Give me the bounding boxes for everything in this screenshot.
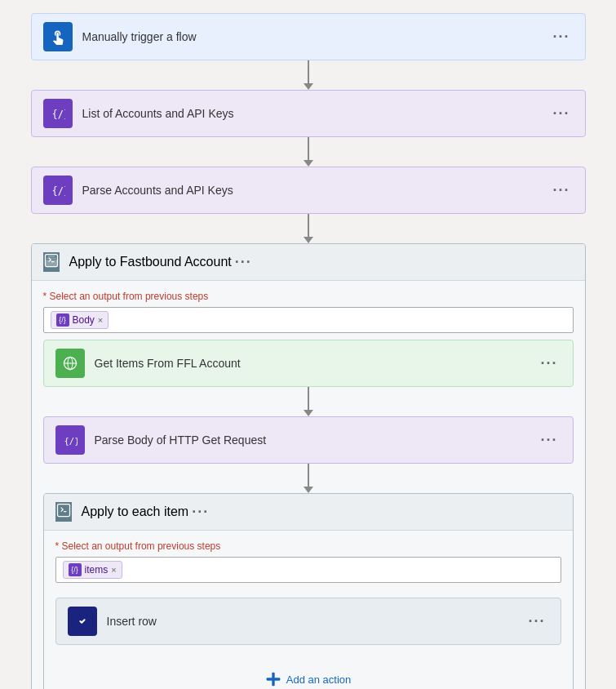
svg-text:{/}: {/} (51, 185, 65, 197)
svg-rect-5 (57, 505, 69, 517)
items-tag: {/} items × (63, 561, 122, 579)
apply-each-menu-btn[interactable] (188, 503, 212, 521)
apply-each-icon (55, 502, 72, 522)
apply-each-block: Apply to each item * Select an output fr… (43, 493, 574, 689)
items-tag-text: items (85, 564, 109, 576)
trigger-label: Manually trigger a flow (82, 30, 550, 43)
items-tag-close[interactable]: × (111, 565, 116, 575)
flow-canvas: Manually trigger a flow {/} List of Acco… (0, 0, 616, 689)
parse-body-label: Parse Body of HTTP Get Request (95, 433, 538, 447)
list-accounts-menu-btn[interactable] (549, 104, 573, 122)
get-items-menu-btn[interactable] (537, 354, 561, 372)
svg-rect-8 (272, 673, 274, 687)
apply-each-header[interactable]: Apply to each item (44, 494, 573, 531)
insert-row-label: Insert row (107, 615, 525, 628)
parse-accounts-menu-btn[interactable] (549, 181, 573, 199)
inner-flow-fastbound: Get Items From FFL Account {/} Parse Bo (43, 333, 574, 689)
add-action-label: Add an action (286, 673, 352, 686)
get-items-label: Get Items From FFL Account (95, 357, 538, 370)
apply-fastbound-icon (43, 252, 60, 272)
each-output-input[interactable]: {/} items × (55, 557, 561, 583)
connector-3 (304, 214, 313, 243)
svg-text:{/}: {/} (64, 436, 78, 446)
parse-body-icon: {/} (55, 425, 85, 455)
list-accounts-label: List of Accounts and API Keys (82, 107, 550, 120)
get-items-icon (55, 349, 85, 378)
step-get-items[interactable]: Get Items From FFL Account (43, 340, 574, 387)
step-parse-accounts[interactable]: {/} Parse Accounts and API Keys (31, 167, 586, 214)
svg-text:{/}: {/} (51, 109, 65, 120)
trigger-icon (43, 22, 73, 51)
add-action-icon (265, 671, 281, 687)
apply-fastbound-block: Apply to Fastbound Account * Select an o… (31, 243, 586, 689)
connector-2 (304, 137, 313, 167)
step-trigger[interactable]: Manually trigger a flow (31, 13, 586, 60)
body-tag-icon: {/} (56, 313, 69, 327)
apply-each-label: Apply to each item (82, 505, 189, 519)
step-parse-body[interactable]: {/} Parse Body of HTTP Get Request (43, 416, 574, 464)
fastbound-output-input[interactable]: {/} Body × (43, 307, 574, 333)
body-tag: {/} Body × (51, 311, 109, 329)
connector-4 (304, 387, 313, 416)
apply-fastbound-label: Apply to Fastbound Account (69, 255, 232, 269)
apply-each-body: * Select an output from previous steps {… (44, 531, 573, 689)
step-list-accounts[interactable]: {/} List of Accounts and API Keys (31, 90, 586, 137)
list-accounts-icon: {/} (43, 99, 73, 128)
parse-accounts-icon: {/} (43, 176, 73, 205)
fastbound-select-label: * Select an output from previous steps (43, 291, 574, 302)
apply-fastbound-menu-btn[interactable] (232, 253, 255, 271)
each-select-label: * Select an output from previous steps (55, 540, 561, 552)
insert-row-icon (68, 607, 97, 636)
parse-accounts-label: Parse Accounts and API Keys (82, 184, 550, 197)
connector-1 (304, 60, 313, 90)
trigger-menu-btn[interactable] (549, 28, 573, 46)
insert-row-menu-btn[interactable] (525, 612, 548, 630)
apply-fastbound-header[interactable]: Apply to Fastbound Account (32, 244, 585, 281)
step-insert-row[interactable]: Insert row (55, 598, 561, 645)
body-tag-text: Body (73, 314, 95, 326)
inner-flow-each: Insert row (55, 583, 561, 645)
add-action-button[interactable]: Add an action (254, 665, 363, 689)
body-tag-close[interactable]: × (98, 315, 103, 325)
apply-fastbound-body: * Select an output from previous steps {… (32, 281, 585, 689)
connector-5 (304, 464, 313, 493)
parse-body-menu-btn[interactable] (537, 431, 561, 449)
items-tag-icon: {/} (69, 563, 82, 576)
